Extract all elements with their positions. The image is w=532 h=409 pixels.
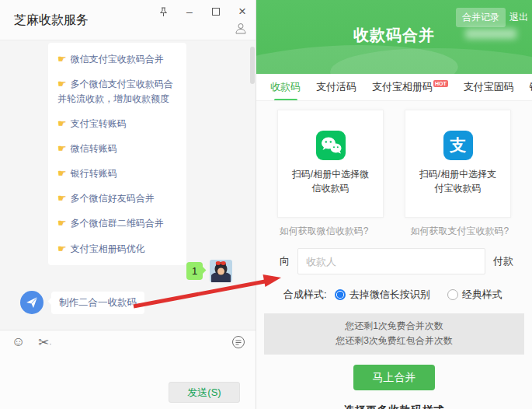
pointing-finger-icon: ☛ bbox=[57, 167, 67, 179]
radio-label: 经典样式 bbox=[462, 288, 502, 302]
incoming-message-bubble: 制作二合一收款码 bbox=[51, 292, 144, 314]
panel-header: 收款码合并 合并记录 退出 bbox=[256, 0, 532, 74]
payee-input[interactable] bbox=[297, 248, 485, 274]
pointing-finger-icon: ☛ bbox=[57, 53, 67, 65]
radio-label: 去掉微信长按识别 bbox=[349, 288, 430, 302]
qr-source-cards: 扫码/相册中选择微信收款码 支 扫码/相册中选择支付宝收款码 bbox=[256, 101, 532, 218]
feature-item: ☛微信支付宝收款码合并 bbox=[57, 51, 177, 67]
alipay-qr-card[interactable]: 支 扫码/相册中选择支付宝收款码 bbox=[405, 110, 511, 218]
merge-history-button[interactable]: 合并记录 bbox=[456, 8, 506, 27]
alipay-card-title: 扫码/相册中选择支付宝收款码 bbox=[416, 167, 501, 195]
feature-list-message: ☛微信支付宝收款码合并 ☛多个微信支付宝收款码合并轮流收款，增加收款额度 ☛支付… bbox=[48, 43, 186, 265]
wechat-help-link[interactable]: 如何获取微信收款码? bbox=[280, 225, 369, 238]
hot-badge: HOT bbox=[433, 80, 448, 87]
feature-text: 支付宝相册码优化 bbox=[71, 243, 145, 254]
radio-option-classic[interactable]: 经典样式 bbox=[447, 288, 502, 302]
outgoing-message-row: 1 bbox=[186, 260, 232, 282]
merge-now-button[interactable]: 马上合并 bbox=[353, 365, 435, 390]
tab-zhifubao-guma[interactable]: 支付宝固码 bbox=[464, 74, 514, 101]
pointing-finger-icon: ☛ bbox=[57, 117, 67, 129]
pointing-finger-icon: ☛ bbox=[57, 192, 67, 204]
chat-toolbar: ☺ ✂· bbox=[0, 330, 256, 354]
feature-item: ☛多个微信群二维码合并 bbox=[57, 215, 177, 231]
merge-panel: 收款码合并 合并记录 退出 收款码 支付活码 支付宝相册码HOT 支付宝固码 银… bbox=[256, 0, 532, 409]
pointing-finger-icon: ☛ bbox=[57, 78, 67, 89]
payee-row: 向 付款 bbox=[280, 248, 513, 274]
radio-unselected-icon[interactable] bbox=[447, 289, 458, 300]
minimize-icon[interactable]: – bbox=[183, 5, 196, 19]
payee-suffix-label: 付款 bbox=[493, 254, 513, 268]
masked-phone-number bbox=[465, 29, 516, 39]
feature-item: ☛多个微信好友码合并 bbox=[57, 191, 177, 206]
divider-dot: · bbox=[451, 404, 455, 409]
panel-tabbar: 收款码 支付活码 支付宝相册码HOT 支付宝固码 银行转账 bbox=[256, 74, 532, 101]
chat-window: 芝麻收款服务 – × ☛微信支付宝收款码合并 ☛多个微信支付宝收款码合并轮流收款… bbox=[0, 0, 256, 409]
window-titlebar: 芝麻收款服务 – × bbox=[0, 0, 256, 40]
chat-input-area[interactable]: ☺ ✂· 发送(S) bbox=[0, 330, 256, 409]
pin-icon[interactable] bbox=[156, 5, 170, 19]
feature-item: ☛银行转账码 bbox=[57, 166, 177, 181]
window-title: 芝麻收款服务 bbox=[14, 12, 89, 29]
feature-text: 多个微信群二维码合并 bbox=[71, 218, 164, 229]
panel-body: 扫码/相册中选择微信收款码 支 扫码/相册中选择支付宝收款码 如何获取微信收款码… bbox=[256, 101, 532, 409]
maximize-box bbox=[212, 8, 220, 16]
wechat-card-title: 扫码/相册中选择微信收款码 bbox=[288, 167, 374, 195]
send-button[interactable]: 发送(S) bbox=[169, 382, 240, 403]
feature-text: 多个微信支付宝收款码合并轮流收款，增加收款额度 bbox=[57, 79, 173, 104]
outgoing-message-bubble: 1 bbox=[186, 262, 203, 280]
radio-option-remove-longpress[interactable]: 去掉微信长按识别 bbox=[335, 288, 430, 302]
scissors-glyph: ✂ bbox=[38, 335, 49, 350]
pointing-finger-icon: ☛ bbox=[57, 142, 67, 154]
alipay-glyph: 支 bbox=[450, 135, 466, 156]
logout-button[interactable]: 退出 bbox=[509, 11, 528, 24]
wechat-icon bbox=[316, 131, 346, 160]
merge-style-row: 合成样式: 去掉微信长按识别 经典样式 bbox=[283, 288, 532, 302]
close-icon[interactable]: × bbox=[235, 5, 249, 19]
payee-prefix-label: 向 bbox=[280, 254, 290, 268]
alipay-icon: 支 bbox=[443, 131, 473, 160]
maximize-icon[interactable] bbox=[209, 5, 223, 19]
feature-text: 微信支付宝收款码合并 bbox=[71, 54, 164, 65]
more-styles-label: 选择更多收款码样式 bbox=[343, 404, 445, 409]
incoming-message-row: 制作二合一收款码 bbox=[20, 291, 144, 314]
feature-item: ☛支付宝相册码优化 bbox=[57, 241, 177, 257]
screenshot-scissors-icon[interactable]: ✂· bbox=[38, 334, 52, 351]
alipay-help-link[interactable]: 如何获取支付宝收款码? bbox=[411, 225, 509, 238]
style-label: 合成样式: bbox=[283, 288, 327, 302]
tab-zhifubao-xiangcema[interactable]: 支付宝相册码HOT bbox=[372, 74, 448, 101]
app-root: 芝麻收款服务 – × ☛微信支付宝收款码合并 ☛多个微信支付宝收款码合并轮流收款… bbox=[0, 0, 532, 409]
quota-line: 您还剩1次免费合并次数 bbox=[264, 319, 524, 334]
chat-history-icon[interactable] bbox=[231, 335, 245, 349]
emoji-icon[interactable]: ☺ bbox=[12, 334, 25, 350]
radio-selected-icon[interactable] bbox=[335, 289, 346, 300]
help-links-row: 如何获取微信收款码? 如何获取支付宝收款码? bbox=[256, 225, 532, 238]
window-controls: – × bbox=[156, 5, 249, 19]
caret-icon: · bbox=[49, 340, 51, 348]
quota-notice-box: 您还剩1次免费合并次数 您还剩3次免费红包合并次数 bbox=[264, 313, 524, 355]
feature-text: 多个微信好友码合并 bbox=[71, 193, 155, 204]
chat-scrollbar[interactable] bbox=[250, 47, 255, 84]
feature-text: 银行转账码 bbox=[71, 168, 117, 179]
feature-item: ☛多个微信支付宝收款码合并轮流收款，增加收款额度 bbox=[57, 76, 177, 107]
bot-avatar[interactable] bbox=[20, 291, 43, 314]
quota-line: 您还剩3次免费红包合并次数 bbox=[264, 334, 524, 348]
feature-item: ☛微信转账码 bbox=[57, 141, 177, 156]
tab-zhifuhuoma[interactable]: 支付活码 bbox=[316, 74, 356, 101]
feature-text: 支付宝转账码 bbox=[71, 118, 127, 129]
feature-text: 微信转账码 bbox=[71, 143, 117, 154]
more-styles-divider[interactable]: · 选择更多收款码样式 · bbox=[256, 404, 532, 409]
tab-label: 支付宝相册码 bbox=[372, 81, 433, 93]
pointing-finger-icon: ☛ bbox=[57, 243, 67, 254]
style-radio-group: 去掉微信长按识别 经典样式 bbox=[335, 288, 502, 302]
user-avatar[interactable] bbox=[210, 260, 232, 282]
wechat-qr-card[interactable]: 扫码/相册中选择微信收款码 bbox=[277, 110, 384, 218]
chat-message-area: ☛微信支付宝收款码合并 ☛多个微信支付宝收款码合并轮流收款，增加收款额度 ☛支付… bbox=[0, 40, 256, 330]
pointing-finger-icon: ☛ bbox=[57, 217, 67, 229]
divider-dot: · bbox=[333, 404, 337, 409]
tab-shoukuanma[interactable]: 收款码 bbox=[270, 74, 301, 101]
contact-profile-icon[interactable] bbox=[234, 22, 248, 36]
feature-item: ☛支付宝转账码 bbox=[57, 116, 177, 131]
